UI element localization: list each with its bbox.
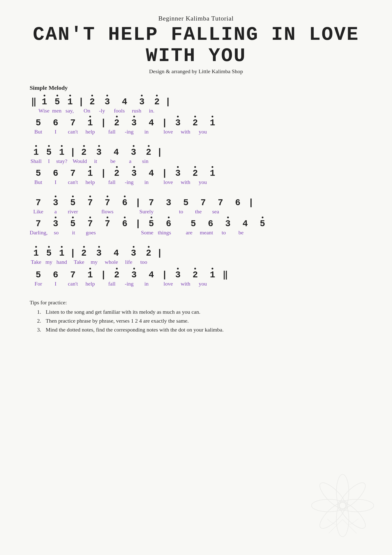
- bar-line: |: [157, 248, 163, 258]
- note-cell: 7: [195, 198, 212, 208]
- note-cell: 3: [169, 118, 186, 128]
- verse1-line1-notes: ‖ 1 5 1 | 2 3 4 3 2 |: [30, 96, 362, 107]
- note-cell: 2: [186, 169, 204, 178]
- note-cell: 6: [47, 169, 64, 178]
- list-item: 1. Listen to the song and get familiar w…: [35, 309, 362, 315]
- verse3-line1-notes: 7 3 5 7 7 6 | 7 3 5 7 7: [30, 198, 362, 208]
- tips-title: Tips for practice:: [30, 299, 362, 306]
- bar-line: |: [162, 168, 167, 178]
- note-cell: 5: [42, 248, 55, 258]
- verse1-line1-lyrics: Wise men say, On -ly fools rush in.: [30, 108, 362, 114]
- svg-point-1: [336, 479, 369, 512]
- note-cell: 6: [229, 198, 247, 208]
- note-cell: 6: [116, 198, 133, 208]
- end-double-bar: ‖: [223, 269, 228, 280]
- note-cell: 2: [108, 118, 125, 128]
- note-cell: 4: [143, 169, 160, 178]
- arranger: Design & arranged by Little Kalimba Shop: [30, 68, 362, 75]
- tips-list: 1. Listen to the song and get familiar w…: [30, 309, 362, 333]
- note-cell: 7: [64, 169, 82, 178]
- note-cell: 5: [30, 169, 47, 178]
- note-cell: 7: [99, 219, 116, 229]
- tips-section: Tips for practice: 1. Listen to the song…: [30, 299, 362, 333]
- bar-line: |: [165, 97, 171, 107]
- bar-line: |: [135, 219, 141, 229]
- bar-line: |: [70, 248, 76, 258]
- bar-line: |: [101, 168, 106, 178]
- note-cell: 1: [204, 169, 221, 178]
- note-cell: 5: [30, 118, 47, 128]
- bar-line: |: [162, 118, 167, 128]
- note-cell: 1: [38, 97, 51, 107]
- note-cell: 2: [108, 270, 125, 280]
- verse-1: ‖ 1 5 1 | 2 3 4 3 2 |: [30, 96, 362, 135]
- decorative-flower: [308, 471, 377, 540]
- note-cell: 7: [143, 198, 160, 208]
- note-cell: 3: [219, 219, 237, 229]
- note-cell: 3: [125, 118, 143, 128]
- note-cell: 6: [47, 270, 64, 280]
- note-cell: 2: [186, 270, 204, 280]
- list-item: 2. Then practice phrase by phrase, verse…: [35, 318, 362, 324]
- note-cell: 1: [64, 97, 77, 107]
- note-cell: 7: [212, 198, 229, 208]
- note-cell: 4: [108, 148, 125, 157]
- note-cell: 3: [133, 97, 150, 107]
- note-cell: 4: [143, 270, 160, 280]
- note-cell: 2: [78, 248, 90, 258]
- note-cell: 2: [78, 148, 90, 157]
- note-cell: 5: [254, 219, 271, 229]
- svg-point-5: [316, 499, 350, 532]
- bar-line: |: [248, 198, 254, 208]
- note-cell: 4: [237, 219, 254, 229]
- note-cell: 1: [82, 118, 99, 128]
- note-cell: 1: [55, 148, 68, 157]
- verse1-line2-notes: 5 6 7 1 | 2 3 4 | 3 2: [30, 118, 362, 128]
- bar-line: |: [157, 147, 163, 157]
- bar-line: |: [135, 198, 141, 208]
- note-cell: 7: [30, 219, 47, 229]
- note-cell: 4: [108, 248, 125, 258]
- note-cell: 6: [160, 219, 177, 229]
- note-cell: 4: [143, 118, 160, 128]
- note-cell: 3: [125, 270, 143, 280]
- note-cell: 6: [116, 219, 133, 229]
- note-cell: 7: [99, 198, 116, 208]
- verse4-line1-notes: 1 5 1 | 2 3 4 3 2 |: [30, 248, 362, 258]
- note-cell: 3: [47, 198, 64, 208]
- note-cell: 2: [86, 97, 99, 107]
- verse3-line2-lyrics: Darling, so it goes Some things are mean…: [30, 229, 362, 236]
- verse2-line1-lyrics: Shall I stay? Would it be a sin: [30, 158, 362, 164]
- verse-3: 7 3 5 7 7 6 | 7 3 5 7 7: [30, 198, 362, 236]
- note-cell: 3: [169, 169, 186, 178]
- note-cell: 5: [143, 219, 160, 229]
- note-cell: 4: [116, 97, 133, 107]
- note-cell: 3: [90, 248, 108, 258]
- note-cell: 5: [42, 148, 55, 157]
- note-cell: 5: [64, 219, 82, 229]
- note-cell: 1: [82, 169, 99, 178]
- start-double-bar: ‖: [31, 96, 37, 107]
- section-label: Simple Melody: [30, 85, 362, 91]
- note-cell: 7: [64, 118, 82, 128]
- note-cell: 7: [64, 270, 82, 280]
- note-cell: 2: [150, 97, 163, 107]
- bar-line: |: [162, 270, 167, 280]
- verse3-line2-notes: 7 3 5 7 7 6 | 5 6 5 6 3: [30, 219, 362, 229]
- verse-4: 1 5 1 | 2 3 4 3 2 | Take my hand Take my: [30, 248, 362, 287]
- list-item: 3. Mind the dotted notes, find the corre…: [35, 327, 362, 333]
- verse1-line2-lyrics: But I can't help fall -ing in love with …: [30, 129, 362, 135]
- bar-line: |: [101, 118, 106, 128]
- note-cell: 5: [51, 97, 64, 107]
- svg-point-6: [311, 499, 346, 512]
- note-cell: 3: [90, 148, 108, 157]
- note-cell: 1: [204, 270, 221, 280]
- note-cell: 6: [202, 219, 219, 229]
- svg-point-7: [316, 479, 350, 512]
- svg-point-3: [336, 499, 369, 532]
- verse4-line1-lyrics: Take my hand Take my whole life too: [30, 259, 362, 265]
- verse-2: 1 5 1 | 2 3 4 3 2 | Shall I stay? Would …: [30, 147, 362, 185]
- note-cell: 1: [55, 248, 68, 258]
- note-cell: 5: [64, 198, 82, 208]
- verse2-line2-notes: 5 6 7 1 | 2 3 4 | 3 2 1: [30, 168, 362, 178]
